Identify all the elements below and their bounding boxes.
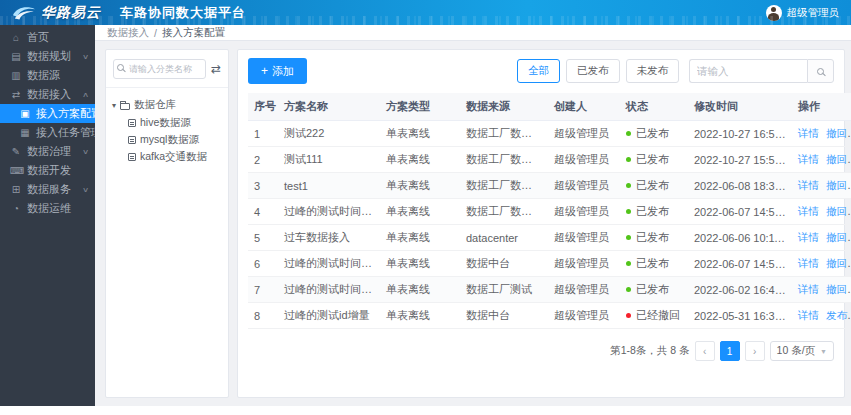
sidebar-subitem-1[interactable]: ▣接入方案配置 xyxy=(0,104,95,123)
tree-node-child[interactable]: mysql数据源 xyxy=(112,131,222,148)
page-size-select[interactable]: 10 条/页 ▼ xyxy=(770,341,834,361)
cell-time: 2022-06-08 18:39:03 xyxy=(688,173,792,199)
tree-node-root[interactable]: ▾ 数据仓库 xyxy=(112,96,222,114)
sidebar-item-label: 数据运维 xyxy=(27,201,71,216)
plus-icon: + xyxy=(261,64,268,78)
app-title: 车路协同数大据平台 xyxy=(120,4,246,22)
next-page-button[interactable]: › xyxy=(745,341,765,361)
table-search-input[interactable] xyxy=(689,59,807,83)
status-label: 已发布 xyxy=(636,257,669,269)
cell-source: 数据工厂数据源 xyxy=(460,121,548,147)
status-label: 已发布 xyxy=(636,127,669,139)
action-link[interactable]: 撤回 xyxy=(826,231,847,243)
search-icon xyxy=(117,64,124,71)
action-link[interactable]: 详情 xyxy=(798,127,819,139)
cell-name: 过峰的测试时间分区增量 xyxy=(278,251,380,277)
cell-actions: 详情撤回删除 xyxy=(792,173,851,199)
refresh-icon[interactable]: ⇄ xyxy=(211,63,221,75)
sidebar-item-6[interactable]: ⌨数据开发 xyxy=(0,161,95,180)
tree-node-child[interactable]: kafka交通数据 xyxy=(112,148,222,165)
chevron-down-icon: ▼ xyxy=(820,348,827,355)
folder-icon xyxy=(120,103,130,110)
tab-全部[interactable]: 全部 xyxy=(517,59,560,83)
action-link[interactable]: 撤回 xyxy=(826,205,847,217)
action-link[interactable]: 详情 xyxy=(798,153,819,165)
cell-type: 单表离线 xyxy=(380,173,460,199)
status-dot-icon xyxy=(626,131,631,136)
sidebar-item-5[interactable]: ✎数据治理∨ xyxy=(0,142,95,161)
config-icon: ▣ xyxy=(19,108,31,119)
database-icon: ▥ xyxy=(10,70,22,81)
breadcrumb: 数据接入 / 接入方案配置 xyxy=(95,25,851,41)
prev-page-button[interactable]: ‹ xyxy=(695,341,715,361)
cell-actions: 详情撤回删除 xyxy=(792,121,851,147)
tab-已发布[interactable]: 已发布 xyxy=(566,59,620,83)
cell-type: 单表离线 xyxy=(380,199,460,225)
cell-type: 单表离线 xyxy=(380,303,460,329)
sidebar-item-4[interactable]: ⇄数据接入∧ xyxy=(0,85,95,104)
main-area: 数据接入 / 接入方案配置 ⇄ ▾ xyxy=(95,25,851,406)
cell-no: 7 xyxy=(248,277,278,303)
sidebar-item-label: 数据规划 xyxy=(27,49,71,64)
action-link[interactable]: 发布 xyxy=(826,309,847,321)
cell-type: 单表离线 xyxy=(380,121,460,147)
cell-creator: 超级管理员 xyxy=(548,199,620,225)
action-link[interactable]: 撤回 xyxy=(826,127,847,139)
action-link[interactable]: 撤回 xyxy=(826,153,847,165)
action-link[interactable]: 撤回 xyxy=(826,257,847,269)
action-link[interactable]: 撤回 xyxy=(826,179,847,191)
cell-actions: 详情撤回删除 xyxy=(792,277,851,303)
logo-swoosh-icon xyxy=(12,5,36,20)
chevron-down-icon: ∨ xyxy=(82,148,89,156)
cell-time: 2022-10-27 15:57:59 xyxy=(688,147,792,173)
tree-node-label: hive数据源 xyxy=(140,116,191,130)
status-label: 已发布 xyxy=(636,179,669,191)
table-row: 6过峰的测试时间分区增量单表离线数据中台超级管理员已发布2022-06-07 1… xyxy=(248,251,851,277)
cell-name: 测试111 xyxy=(278,147,380,173)
sidebar-item-3[interactable]: ▥数据源 xyxy=(0,66,95,85)
action-link[interactable]: 详情 xyxy=(798,179,819,191)
tree-search-input[interactable] xyxy=(113,59,206,79)
action-link[interactable]: 详情 xyxy=(798,231,819,243)
cell-creator: 超级管理员 xyxy=(548,121,620,147)
action-link[interactable]: 详情 xyxy=(798,283,819,295)
pagination-summary: 第1-8条，共 8 条 xyxy=(610,344,689,358)
table-panel: + 添加 全部已发布未发布 xyxy=(237,49,845,398)
cell-name: 测试222 xyxy=(278,121,380,147)
cell-creator: 超级管理员 xyxy=(548,277,620,303)
status-label: 已发布 xyxy=(636,231,669,243)
cell-source: 数据中台 xyxy=(460,303,548,329)
action-link[interactable]: 详情 xyxy=(798,205,819,217)
tree-node-child[interactable]: hive数据源 xyxy=(112,114,222,131)
action-link[interactable]: 撤回 xyxy=(826,283,847,295)
cell-no: 5 xyxy=(248,225,278,251)
table-search-button[interactable] xyxy=(807,59,834,83)
cell-actions: 详情撤回删除 xyxy=(792,199,851,225)
user-menu[interactable]: 超级管理员 xyxy=(766,5,840,21)
pagination: 第1-8条，共 8 条 ‹ 1 › 10 条/页 ▼ xyxy=(248,341,834,361)
cell-name: test1 xyxy=(278,173,380,199)
cell-creator: 超级管理员 xyxy=(548,147,620,173)
action-link[interactable]: 详情 xyxy=(798,257,819,269)
monitor-icon: ▤ xyxy=(10,51,22,62)
sidebar-item-7[interactable]: ⊞数据服务∨ xyxy=(0,180,95,199)
status-dot-icon xyxy=(626,261,631,266)
table-row: 1测试222单表离线数据工厂数据源超级管理员已发布2022-10-27 16:5… xyxy=(248,121,851,147)
breadcrumb-parent[interactable]: 数据接入 xyxy=(107,26,149,40)
sidebar-subitem-label: 接入方案配置 xyxy=(36,106,95,121)
tree-panel: ⇄ ▾ 数据仓库 hive数据源mysql数据源kafka交通数据 xyxy=(105,49,229,398)
page-button-1[interactable]: 1 xyxy=(720,341,740,361)
home-icon: ⌂ xyxy=(10,32,22,43)
sidebar-item-8[interactable]: ◔数据运维 xyxy=(0,199,95,218)
cell-time: 2022-06-02 16:46:22 xyxy=(688,277,792,303)
link-icon: ⇄ xyxy=(10,89,22,100)
action-link[interactable]: 详情 xyxy=(798,309,819,321)
add-button[interactable]: + 添加 xyxy=(248,58,307,84)
app-root: 华路易云 车路协同数大据平台 超级管理员 ⌂首页▤数据规划∨▥数据源⇄数据接入∧… xyxy=(0,0,851,406)
tab-未发布[interactable]: 未发布 xyxy=(626,59,680,83)
cell-status: 已经撤回 xyxy=(620,303,688,329)
sidebar-item-2[interactable]: ▤数据规划∨ xyxy=(0,47,95,66)
table-row: 4过峰的测试时间分区增量2单表离线数据工厂数据源超级管理员已发布2022-06-… xyxy=(248,199,851,225)
sidebar-subitem-2[interactable]: ▦接入任务管理 xyxy=(0,123,95,142)
sidebar-item-1[interactable]: ⌂首页 xyxy=(0,28,95,47)
